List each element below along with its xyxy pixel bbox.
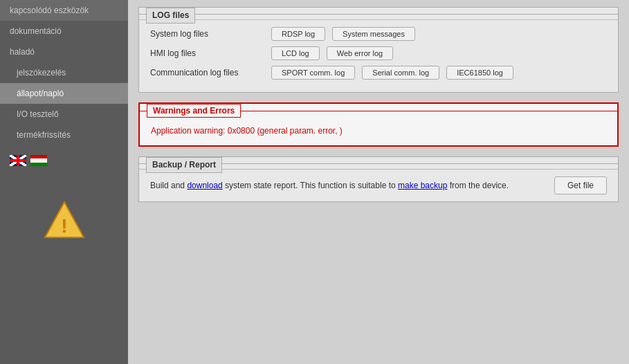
- sidebar-item-allapot[interactable]: állapot/napló: [0, 83, 128, 104]
- get-file-button[interactable]: Get file: [554, 176, 607, 194]
- backup-header: Backup / Report: [139, 157, 618, 170]
- main-content: LOG files System log files RDSP log Syst…: [128, 0, 629, 364]
- warnings-title: Warnings and Errors: [147, 104, 241, 118]
- log-row-comm: Communication log files SPORT comm. log …: [150, 66, 607, 80]
- log-files-header-line: [139, 14, 618, 15]
- warnings-header: Warnings and Errors: [140, 104, 617, 118]
- make-backup-link[interactable]: make backup: [398, 181, 447, 190]
- system-log-label: System log files: [150, 29, 264, 39]
- sidebar-item-termek[interactable]: termékfrissítés: [0, 125, 128, 145]
- download-link[interactable]: download: [187, 181, 222, 190]
- sidebar-item-jelszokez[interactable]: jelszókezelés: [0, 62, 128, 83]
- hmi-log-label: HMI log files: [150, 48, 264, 58]
- flag-uk-icon[interactable]: [10, 155, 26, 166]
- backup-section: Backup / Report Build and download syste…: [138, 156, 619, 202]
- sidebar: kapcsolódó eszközök dokumentáció haladó …: [0, 0, 128, 364]
- lcd-log-button[interactable]: LCD log: [271, 46, 320, 60]
- warnings-section: Warnings and Errors Application warning:…: [138, 102, 619, 147]
- sidebar-item-io[interactable]: I/O tesztelő: [0, 104, 128, 125]
- log-row-hmi: HMI log files LCD log Web error log: [150, 46, 607, 60]
- warnings-content: Application warning: 0x0800 (general par…: [140, 118, 617, 145]
- system-messages-button[interactable]: System messages: [332, 27, 415, 41]
- svg-text:!: !: [61, 215, 67, 237]
- serial-comm-log-button[interactable]: Serial comm. log: [362, 66, 439, 80]
- backup-content: Build and download system state report. …: [139, 170, 618, 201]
- rdsp-log-button[interactable]: RDSP log: [271, 27, 325, 41]
- log-files-content: System log files RDSP log System message…: [139, 20, 618, 92]
- sidebar-item-halado[interactable]: haladó: [0, 42, 128, 62]
- iec61850-log-button[interactable]: IEC61850 log: [446, 66, 513, 80]
- sidebar-item-dokumentacio[interactable]: dokumentáció: [0, 21, 128, 42]
- language-flags: [0, 148, 128, 173]
- comm-log-label: Communication log files: [150, 68, 264, 78]
- sport-comm-log-button[interactable]: SPORT comm. log: [271, 66, 355, 80]
- web-error-log-button[interactable]: Web error log: [327, 46, 393, 60]
- log-row-system: System log files RDSP log System message…: [150, 27, 607, 41]
- warning-triangle-icon: !: [44, 201, 85, 239]
- warning-icon-area: !: [0, 187, 128, 253]
- log-files-title: LOG files: [146, 8, 195, 24]
- warnings-message: Application warning: 0x0800 (general par…: [151, 125, 606, 137]
- sidebar-item-kapcsolodo[interactable]: kapcsolódó eszközök: [0, 0, 128, 21]
- flag-hu-icon[interactable]: [30, 155, 47, 166]
- log-files-section: LOG files System log files RDSP log Syst…: [138, 7, 619, 93]
- backup-description: Build and download system state report. …: [150, 179, 540, 192]
- backup-title: Backup / Report: [146, 157, 222, 173]
- log-files-header: LOG files: [139, 8, 618, 20]
